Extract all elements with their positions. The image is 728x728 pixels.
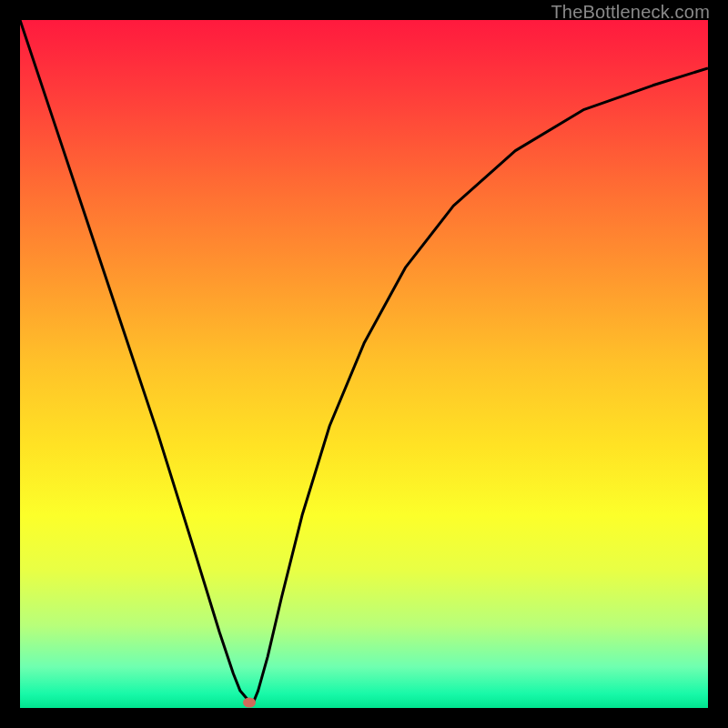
bottleneck-curve	[20, 20, 708, 701]
chart-frame: TheBottleneck.com	[0, 0, 728, 728]
watermark-text: TheBottleneck.com	[551, 2, 710, 23]
curve-svg	[20, 20, 708, 708]
plot-area	[20, 20, 708, 708]
optimum-marker	[243, 698, 256, 708]
